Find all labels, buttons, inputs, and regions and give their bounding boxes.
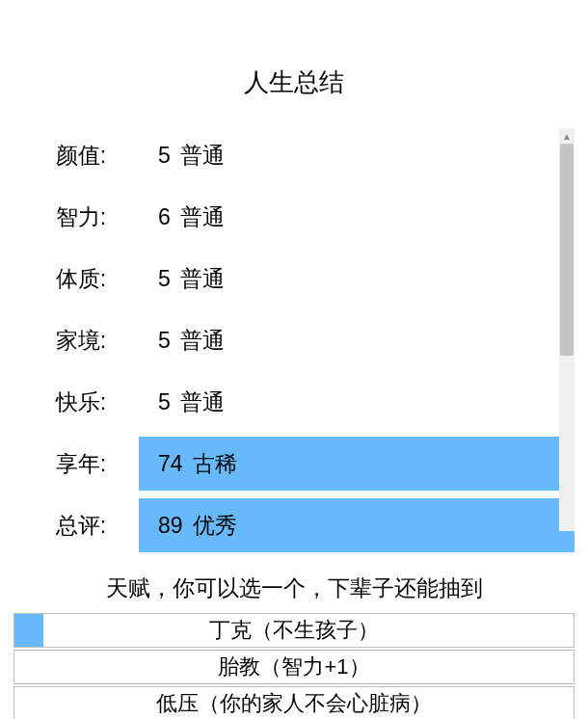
scrollbar[interactable]: ▲ [559,128,575,531]
stat-label: 家境: [13,313,139,367]
stat-row: 颜值:5普通 [13,128,575,182]
stat-label: 智力: [13,190,139,244]
stat-label: 体质: [13,252,139,306]
talent-label: 低压（你的家人不会心脏病） [156,691,432,715]
stat-value: 6普通 [139,190,575,244]
stat-value: 74古稀 [139,437,575,491]
stat-grade: 普通 [180,387,225,417]
stat-row: 家境:5普通 [13,313,575,367]
stat-row: 总评:89优秀 [13,498,575,552]
stat-row: 体质:5普通 [13,252,575,306]
stat-value: 5普通 [139,252,575,306]
stat-row: 快乐:5普通 [13,375,575,429]
talent-option[interactable]: 胎教（智力+1） [13,650,575,684]
scrollbar-up-icon[interactable]: ▲ [559,128,575,144]
stats-list[interactable]: 颜值:5普通智力:6普通体质:5普通家境:5普通快乐:5普通享年:74古稀总评:… [13,128,575,560]
stat-value: 5普通 [139,128,575,182]
talent-label: 胎教（智力+1） [218,654,369,679]
stat-grade: 普通 [180,264,225,294]
talent-header: 天赋，你可以选一个，下辈子还能抽到 [0,573,588,603]
talent-option[interactable]: 低压（你的家人不会心脏病） [13,686,575,719]
stat-grade: 普通 [180,141,225,171]
stat-value: 5普通 [139,313,575,367]
stat-value: 89优秀 [139,498,575,552]
page-title: 人生总结 [0,0,588,128]
stat-label: 快乐: [13,375,139,429]
stat-grade: 古稀 [193,449,237,479]
stat-label: 享年: [13,437,139,491]
stat-number: 74 [158,451,183,477]
talent-option[interactable]: 丁克（不生孩子） [13,613,575,648]
talent-label: 丁克（不生孩子） [209,618,379,642]
stat-number: 5 [158,143,171,169]
stats-wrapper: 颜值:5普通智力:6普通体质:5普通家境:5普通快乐:5普通享年:74古稀总评:… [0,128,588,560]
stat-number: 89 [158,513,183,539]
stat-number: 6 [158,204,171,230]
stat-number: 5 [158,328,171,354]
stat-number: 5 [158,389,171,415]
stat-row: 智力:6普通 [13,190,575,244]
stat-label: 总评: [13,498,139,552]
stat-row: 享年:74古稀 [13,437,575,491]
stat-label: 颜值: [13,128,139,182]
stat-grade: 普通 [180,202,225,232]
stat-grade: 普通 [180,326,225,356]
stat-number: 5 [158,266,171,292]
talent-list: 丁克（不生孩子）胎教（智力+1）低压（你的家人不会心脏病） [0,613,588,719]
stat-grade: 优秀 [193,511,237,541]
stat-value: 5普通 [139,375,575,429]
scrollbar-thumb[interactable] [560,144,574,356]
